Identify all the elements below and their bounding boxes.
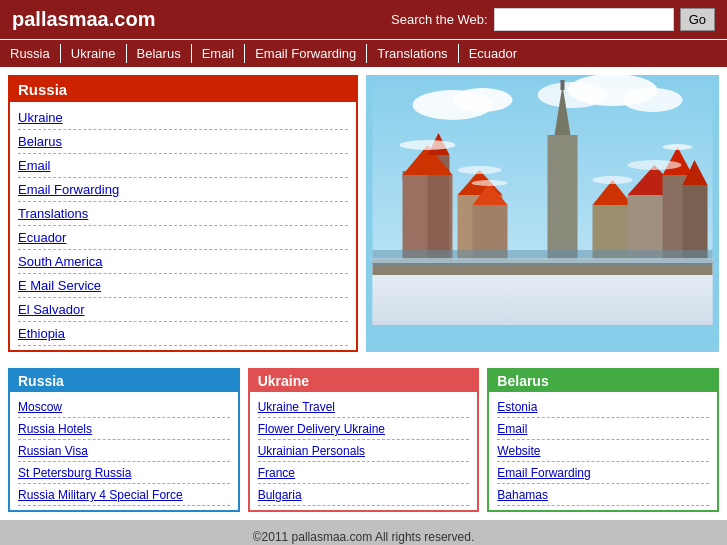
link-russia-hotels[interactable]: Russia Hotels — [18, 422, 92, 436]
russia-bottom-panel: Russia Moscow Russia Hotels Russian Visa… — [8, 368, 240, 512]
ukraine-bottom-list: Ukraine Travel Flower Delivery Ukraine U… — [250, 392, 478, 510]
list-item: Ukraine — [18, 106, 348, 130]
link-bahamas[interactable]: Bahamas — [497, 488, 548, 502]
list-item: Ecuador — [18, 226, 348, 250]
main-content: Russia Ukraine Belarus Email Email Forwa… — [0, 67, 727, 520]
list-item: Translations — [18, 202, 348, 226]
list-item: Ukraine Travel — [258, 396, 470, 418]
list-item: St Petersburg Russia — [18, 462, 230, 484]
city-image-area — [366, 75, 719, 352]
svg-rect-7 — [548, 135, 578, 265]
list-item: South America — [18, 250, 348, 274]
svg-point-30 — [400, 140, 456, 150]
nav-item-email-forwarding[interactable]: Email Forwarding — [245, 44, 367, 63]
search-input[interactable] — [494, 8, 674, 31]
link-france[interactable]: France — [258, 466, 295, 480]
belarus-bottom-title: Belarus — [489, 370, 717, 392]
list-item: El Salvador — [18, 298, 348, 322]
russia-panel: Russia Ukraine Belarus Email Email Forwa… — [8, 75, 358, 352]
nav-item-russia[interactable]: Russia — [10, 44, 61, 63]
nav-item-email[interactable]: Email — [192, 44, 246, 63]
svg-point-34 — [628, 160, 682, 170]
link-south-america[interactable]: South America — [18, 254, 103, 269]
list-item: Email Forwarding — [18, 178, 348, 202]
site-title[interactable]: pallasmaa.com — [12, 8, 155, 31]
ukraine-bottom-panel: Ukraine Ukraine Travel Flower Delivery U… — [248, 368, 480, 512]
svg-point-35 — [663, 144, 693, 150]
list-item: Russia Hotels — [18, 418, 230, 440]
russia-link-list: Ukraine Belarus Email Email Forwarding T… — [10, 102, 356, 350]
nav-item-ukraine[interactable]: Ukraine — [61, 44, 127, 63]
link-website[interactable]: Website — [497, 444, 540, 458]
list-item: Moscow — [18, 396, 230, 418]
list-item: Bulgaria — [258, 484, 470, 506]
footer: ©2011 pallasmaa.com All rights reserved. — [0, 520, 727, 545]
link-moscow[interactable]: Moscow — [18, 400, 62, 414]
link-email-service[interactable]: E Mail Service — [18, 278, 101, 293]
list-item: Email — [18, 154, 348, 178]
link-ukraine-travel[interactable]: Ukraine Travel — [258, 400, 335, 414]
bottom-section: Russia Moscow Russia Hotels Russian Visa… — [0, 360, 727, 520]
search-area: Search the Web: Go — [391, 8, 715, 31]
link-bulgaria[interactable]: Bulgaria — [258, 488, 302, 502]
link-ukrainian-personals[interactable]: Ukrainian Personals — [258, 444, 365, 458]
list-item: E Mail Service — [18, 274, 348, 298]
list-item: Estonia — [497, 396, 709, 418]
list-item: Email Forwarding — [497, 462, 709, 484]
link-st-petersburg[interactable]: St Petersburg Russia — [18, 466, 131, 480]
svg-point-31 — [458, 166, 502, 174]
svg-point-2 — [453, 88, 513, 112]
nav-item-translations[interactable]: Translations — [367, 44, 458, 63]
belarus-bottom-panel: Belarus Estonia Email Website Email Forw… — [487, 368, 719, 512]
link-flower-delivery[interactable]: Flower Delivery Ukraine — [258, 422, 385, 436]
header: pallasmaa.com Search the Web: Go — [0, 0, 727, 39]
link-email-b[interactable]: Email — [497, 422, 527, 436]
link-russian-visa[interactable]: Russian Visa — [18, 444, 88, 458]
svg-rect-9 — [561, 80, 565, 90]
svg-rect-38 — [373, 250, 713, 265]
list-item: Ukrainian Personals — [258, 440, 470, 462]
svg-point-33 — [593, 176, 633, 184]
belarus-bottom-list: Estonia Email Website Email Forwarding B… — [489, 392, 717, 510]
link-el-salvador[interactable]: El Salvador — [18, 302, 84, 317]
list-item: Ethiopia — [18, 322, 348, 346]
russia-bottom-list: Moscow Russia Hotels Russian Visa St Pet… — [10, 392, 238, 510]
list-item: Russia Military 4 Special Force — [18, 484, 230, 506]
ukraine-bottom-title: Ukraine — [250, 370, 478, 392]
link-belarus[interactable]: Belarus — [18, 134, 62, 149]
list-item: Belarus — [18, 130, 348, 154]
list-item: Email — [497, 418, 709, 440]
footer-text: ©2011 pallasmaa.com All rights reserved. — [253, 530, 475, 544]
list-item: Flower Delivery Ukraine — [258, 418, 470, 440]
svg-point-5 — [623, 88, 683, 112]
nav-bar: Russia Ukraine Belarus Email Email Forwa… — [0, 39, 727, 67]
link-ukraine[interactable]: Ukraine — [18, 110, 63, 125]
link-email-forwarding-b[interactable]: Email Forwarding — [497, 466, 590, 480]
search-button[interactable]: Go — [680, 8, 715, 31]
nav-item-belarus[interactable]: Belarus — [127, 44, 192, 63]
list-item: Russian Visa — [18, 440, 230, 462]
link-ethiopia[interactable]: Ethiopia — [18, 326, 65, 341]
top-section: Russia Ukraine Belarus Email Email Forwa… — [0, 67, 727, 360]
link-translations[interactable]: Translations — [18, 206, 88, 221]
link-ecuador[interactable]: Ecuador — [18, 230, 66, 245]
list-item: Website — [497, 440, 709, 462]
list-item: Bahamas — [497, 484, 709, 506]
svg-point-32 — [472, 180, 508, 186]
nav-item-ecuador[interactable]: Ecuador — [459, 44, 527, 63]
russia-panel-title: Russia — [10, 77, 356, 102]
link-russia-military[interactable]: Russia Military 4 Special Force — [18, 488, 183, 502]
link-estonia[interactable]: Estonia — [497, 400, 537, 414]
search-label: Search the Web: — [391, 12, 488, 27]
list-item: France — [258, 462, 470, 484]
link-email-forwarding[interactable]: Email Forwarding — [18, 182, 119, 197]
link-email[interactable]: Email — [18, 158, 51, 173]
russia-bottom-title: Russia — [10, 370, 238, 392]
